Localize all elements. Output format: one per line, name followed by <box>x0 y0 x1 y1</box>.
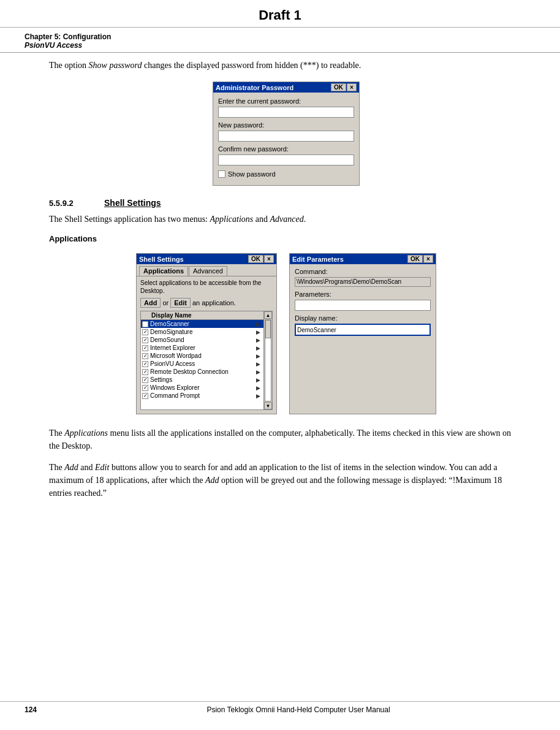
shell-titlebar: Shell Settings OK × <box>137 254 276 264</box>
admin-dialog-container: Administrator Password OK × Enter the cu… <box>49 82 523 186</box>
checkbox-ie[interactable] <box>142 345 148 351</box>
new-password-label: New password: <box>218 121 354 129</box>
para-edit-italic: Edit <box>95 463 109 472</box>
scroll-down-arrow[interactable]: ▼ <box>264 402 272 409</box>
app-list-header: Display Name <box>141 311 263 320</box>
intro-paragraph: The option Show password changes the dis… <box>49 59 523 72</box>
add-button[interactable]: Add <box>140 298 161 308</box>
current-password-label: Enter the current password: <box>218 97 354 105</box>
app-name-demosound: DemoSound <box>150 336 254 343</box>
checkbox-settings[interactable] <box>142 377 148 383</box>
shell-close-button[interactable]: × <box>264 255 274 263</box>
shell-tabs: Applications Advanced <box>137 264 276 276</box>
show-password-checkbox[interactable] <box>218 170 225 178</box>
intro-show-password: Show password <box>89 61 142 70</box>
app-icon-winexplorer: ▶ <box>256 385 262 391</box>
confirm-password-label: Confirm new password: <box>218 145 354 153</box>
advanced-menu-ref: Advanced <box>270 215 303 224</box>
app-item-ie[interactable]: Internet Explorer ▶ <box>141 344 263 352</box>
app-list-scrollbar[interactable]: ▲ ▼ <box>263 311 272 409</box>
admin-ok-button[interactable]: OK <box>331 83 346 91</box>
edit-parameters-dialog: Edit Parameters OK × Command: \Windows\P… <box>289 253 436 414</box>
shell-settings-dialog: Shell Settings OK × Applications Advance… <box>136 253 277 414</box>
display-name-label: Display name: <box>295 314 431 322</box>
app-item-cmdprompt[interactable]: Command Prompt ▶ <box>141 392 263 400</box>
checkbox-winexplorer[interactable] <box>142 385 148 391</box>
checkbox-wordpad[interactable] <box>142 353 148 359</box>
app-name-demoscanner: DemoScanner <box>150 321 254 327</box>
tab-advanced[interactable]: Advanced <box>189 266 227 276</box>
display-name-value: DemoScanner <box>297 327 336 333</box>
chapter-title: Chapter 5: Configuration <box>25 32 535 41</box>
app-list-with-scroll: Display Name DemoScanner ▶ DemoSignature <box>140 311 273 410</box>
scroll-up-arrow[interactable]: ▲ <box>264 311 272 319</box>
edit-close-button[interactable]: × <box>423 255 433 263</box>
app-name-demosignature: DemoSignature <box>150 329 254 335</box>
dual-dialog-container: Shell Settings OK × Applications Advance… <box>49 253 523 414</box>
admin-password-dialog: Administrator Password OK × Enter the cu… <box>213 82 360 186</box>
app-name-winexplorer: Windows Explorer <box>150 384 254 391</box>
app-icon-cmdprompt: ▶ <box>256 393 262 399</box>
footer-text: Psion Teklogix Omnii Hand-Held Computer … <box>61 705 535 714</box>
page-footer: 124 Psion Teklogix Omnii Hand-Held Compu… <box>0 701 560 718</box>
scroll-thumb[interactable] <box>265 320 271 338</box>
app-icon-demoscanner: ▶ <box>256 321 262 327</box>
display-name-col-header: Display Name <box>151 312 192 319</box>
command-value: \Windows\Programs\Demo\DemoScan <box>295 277 431 287</box>
draft-title: Draft 1 <box>259 7 301 23</box>
chapter-info-left: Chapter 5: Configuration PsionVU Access <box>25 32 535 50</box>
edit-button[interactable]: Edit <box>170 298 191 308</box>
applications-subheading: Applications <box>49 234 523 243</box>
app-icon-psionvu: ▶ <box>256 361 262 367</box>
app-item-demosignature[interactable]: DemoSignature ▶ <box>141 328 263 336</box>
app-item-wordpad[interactable]: Microsoft Wordpad ▶ <box>141 352 263 360</box>
app-name-ie: Internet Explorer <box>150 344 254 351</box>
confirm-password-input[interactable] <box>218 154 354 165</box>
current-password-input[interactable] <box>218 107 354 118</box>
checkbox-rdc[interactable] <box>142 369 148 375</box>
shell-titlebar-buttons: OK × <box>248 255 274 263</box>
scroll-track[interactable] <box>265 319 271 401</box>
app-item-psionvu[interactable]: PsionVU Access ▶ <box>141 360 263 368</box>
command-label: Command: <box>295 268 431 275</box>
admin-close-button[interactable]: × <box>347 83 357 91</box>
checkbox-psionvu[interactable] <box>142 361 148 367</box>
app-name-psionvu: PsionVU Access <box>150 360 254 367</box>
app-name-rdc: Remote Desktop Connection <box>150 368 254 375</box>
parameters-label: Parameters: <box>295 291 431 298</box>
admin-titlebar-buttons: OK × <box>331 83 357 91</box>
para-add2-italic: Add <box>205 476 219 485</box>
checkbox-demoscanner[interactable] <box>142 321 148 327</box>
edit-dialog-body: Command: \Windows\Programs\Demo\DemoScan… <box>290 264 436 342</box>
applications-menu-ref: Applications <box>210 215 253 224</box>
draft-header: Draft 1 <box>0 0 560 28</box>
edit-titlebar-buttons: OK × <box>407 255 433 263</box>
app-item-demosound[interactable]: DemoSound ▶ <box>141 336 263 344</box>
para-applications-italic: Applications <box>64 428 108 438</box>
app-icon-demosound: ▶ <box>256 337 262 343</box>
parameters-input[interactable] <box>295 300 431 311</box>
app-list-content: Display Name DemoScanner ▶ DemoSignature <box>141 311 263 409</box>
product-label: PsionVU Access <box>25 41 535 50</box>
checkbox-cmdprompt[interactable] <box>142 393 148 399</box>
checkbox-demosignature[interactable] <box>142 329 148 335</box>
app-item-settings[interactable]: Settings ▶ <box>141 376 263 384</box>
app-name-cmdprompt: Command Prompt <box>150 392 254 399</box>
edit-ok-button[interactable]: OK <box>407 255 423 263</box>
app-item-winexplorer[interactable]: Windows Explorer ▶ <box>141 384 263 392</box>
display-name-input[interactable]: DemoScanner <box>295 324 431 336</box>
app-icon-settings: ▶ <box>256 377 262 383</box>
new-password-input[interactable] <box>218 131 354 142</box>
shell-title: Shell Settings <box>139 256 184 263</box>
shell-desc: Select applications to be accessible fro… <box>140 279 273 295</box>
admin-dialog-titlebar: Administrator Password OK × <box>213 82 359 93</box>
footer-page-number: 124 <box>25 705 61 714</box>
shell-ok-button[interactable]: OK <box>248 255 263 263</box>
checkbox-demosound[interactable] <box>142 337 148 343</box>
tab-applications[interactable]: Applications <box>139 266 188 276</box>
edit-dialog-title: Edit Parameters <box>292 256 344 263</box>
para-add-edit-desc: The Add and Edit buttons allow you to se… <box>49 461 523 500</box>
app-icon-wordpad: ▶ <box>256 353 262 359</box>
app-item-demoscanner[interactable]: DemoScanner ▶ <box>141 320 263 328</box>
app-item-rdc[interactable]: Remote Desktop Connection ▶ <box>141 368 263 376</box>
